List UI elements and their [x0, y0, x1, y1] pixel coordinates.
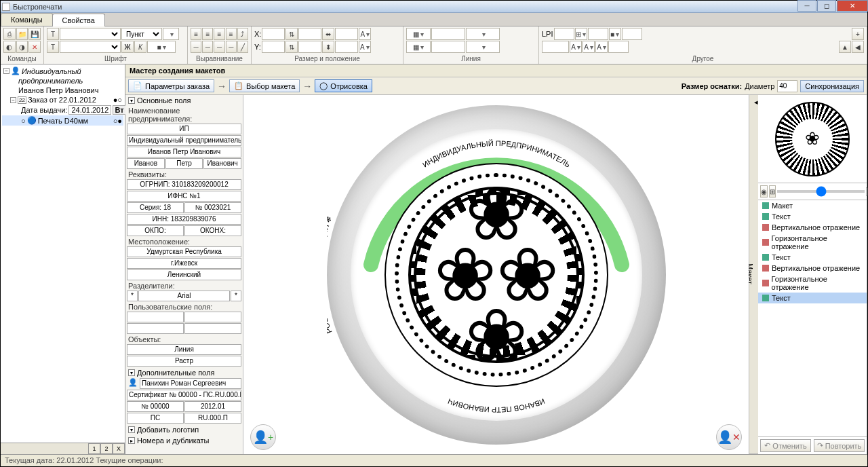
step-params[interactable]: 📄Параметры заказа	[128, 79, 214, 92]
number[interactable]: № 0023021	[184, 202, 241, 213]
tab-commands[interactable]: Команды	[1, 13, 53, 26]
flip-h-icon[interactable]: ▲	[839, 41, 851, 53]
valign-diag[interactable]: ╱	[237, 41, 248, 53]
cmd-btn-4[interactable]: ◐	[3, 41, 16, 53]
oth-9[interactable]	[608, 41, 629, 53]
h2-input[interactable]	[335, 41, 358, 53]
valign-4[interactable]: ─	[226, 41, 237, 53]
add-person-button[interactable]: 👤+	[250, 424, 276, 450]
uf2[interactable]	[184, 312, 241, 322]
cmd-btn-6[interactable]: ✕	[28, 41, 41, 53]
zoom-mode-2[interactable]: ⊞	[769, 185, 776, 198]
cert-pc[interactable]: ПС	[127, 413, 184, 424]
cmd-btn-1[interactable]: ⎙	[3, 28, 16, 40]
undo-button[interactable]: ↶Отменить	[760, 439, 811, 452]
layer-item[interactable]: Вертикальное отражение	[758, 263, 867, 274]
w-unit[interactable]: ⬌	[322, 28, 334, 40]
sep-font[interactable]: Arial	[138, 291, 230, 301]
okpo[interactable]: ОКПО:	[127, 225, 184, 236]
cert-ru[interactable]: RU.000.П	[184, 413, 241, 424]
size-ext[interactable]: A	[359, 28, 371, 40]
series[interactable]: Серия: 18	[127, 202, 184, 213]
h-input[interactable]	[335, 28, 358, 40]
loc1[interactable]: Удмуртская Республика	[127, 246, 241, 257]
line-w3[interactable]	[431, 41, 465, 53]
font-text-icon[interactable]: T	[47, 28, 59, 40]
diameter-input[interactable]	[777, 80, 797, 92]
align-rotate[interactable]: ⤴	[237, 28, 248, 40]
valign-2[interactable]: ─	[202, 41, 213, 53]
side-tab[interactable]: ◂Макет	[749, 95, 758, 454]
zoom-mode-1[interactable]: ◉	[760, 185, 768, 198]
remove-person-button[interactable]: 👤✕	[716, 424, 742, 450]
w2-input[interactable]	[298, 41, 321, 53]
y-lock[interactable]: ⇅	[285, 41, 298, 53]
sep-char2[interactable]: *	[231, 291, 241, 301]
x-input[interactable]	[262, 28, 285, 40]
align-right[interactable]: ≡	[214, 28, 224, 40]
okonh[interactable]: ОКОНХ:	[184, 225, 241, 236]
align-center[interactable]: ≡	[202, 28, 213, 40]
layer-item[interactable]: Текст	[758, 252, 867, 263]
panikhin[interactable]: Панихин Роман Сергеевич	[140, 378, 241, 389]
font-family-2[interactable]	[60, 41, 121, 53]
chevron-down-icon[interactable]: ▾	[128, 97, 135, 104]
line-w4[interactable]	[466, 41, 500, 53]
flip-v-icon[interactable]: ◀	[852, 41, 864, 53]
chevron-down-icon[interactable]: ▾	[128, 426, 135, 433]
oth-2[interactable]	[588, 28, 608, 40]
layer-item[interactable]: Горизонтальное отражение	[758, 274, 867, 293]
fio-mid[interactable]: Иванович	[203, 158, 241, 169]
oth-5[interactable]	[542, 41, 569, 53]
w-input[interactable]	[298, 28, 321, 40]
valign-1[interactable]: ─	[191, 41, 201, 53]
oth-1[interactable]: ⊞	[575, 28, 587, 40]
layer-item[interactable]: Текст	[758, 293, 867, 303]
tree-order[interactable]: −22Заказ от 22.01.2012●○	[2, 95, 123, 105]
cmd-btn-5[interactable]: ◑	[16, 41, 28, 53]
font-color[interactable]: ■	[147, 41, 176, 53]
y-input[interactable]	[262, 41, 285, 53]
step-select[interactable]: 📋Выбор макета	[229, 79, 300, 92]
italic-button[interactable]: К	[134, 41, 146, 53]
chevron-down-icon[interactable]: ▾	[128, 369, 135, 376]
tree-tab-2[interactable]: 2	[100, 443, 113, 454]
oth-6[interactable]: A	[570, 41, 582, 53]
tree-tab-1[interactable]: 1	[88, 443, 100, 454]
close-button[interactable]: ✕	[837, 0, 868, 12]
obj-raster[interactable]: Растр	[127, 356, 241, 367]
ip-full[interactable]: Индивидуальный предприниматель	[127, 135, 241, 146]
step-render[interactable]: ◯Отрисовка	[315, 79, 372, 92]
ogrnip[interactable]: ОГРНИП: 310183209200012	[127, 179, 241, 190]
tree-item-stamp[interactable]: ○🔵Печать D40мм○●	[2, 115, 123, 126]
oth-7[interactable]: A	[583, 41, 595, 53]
stamp-preview[interactable]: ИНДИВИДУАЛЬНЫЙ ПРЕДПРИНИМАТЕЛЬ ИВАНОВ ПЕ…	[327, 105, 666, 445]
cmd-btn-2[interactable]: 📁	[16, 28, 28, 40]
cert[interactable]: Сертификат № 00000 - ПС.RU.000.П	[127, 390, 241, 400]
tab-properties[interactable]: Свойства	[52, 14, 105, 26]
name-short[interactable]: ИП	[127, 124, 241, 134]
cert-year[interactable]: 2012.01	[184, 401, 241, 412]
uf3[interactable]	[127, 323, 184, 334]
loc3[interactable]: Ленинский	[127, 269, 241, 280]
align-justify[interactable]: ≡	[226, 28, 237, 40]
line-style-2[interactable]: ▦	[406, 41, 431, 53]
cmd-btn-3[interactable]: 💾	[28, 28, 41, 40]
oth-3[interactable]: ■	[609, 28, 621, 40]
maximize-button[interactable]: ◻	[817, 0, 836, 12]
collapse-icon[interactable]: −	[3, 68, 9, 74]
canvas[interactable]: ИНДИВИДУАЛЬНЫЙ ПРЕДПРИНИМАТЕЛЬ ИВАНОВ ПЕ…	[243, 95, 749, 454]
ifns[interactable]: ИФНС №1	[127, 191, 241, 202]
line-w2[interactable]	[466, 28, 500, 40]
lpi-input[interactable]	[554, 28, 574, 40]
expand-icon[interactable]: −	[10, 97, 16, 103]
layer-item[interactable]: Вертикальное отражение	[758, 222, 867, 233]
sync-button[interactable]: Синхронизация	[800, 80, 864, 92]
line-style-1[interactable]: ▦	[406, 28, 431, 40]
cert-no[interactable]: № 00000	[127, 401, 184, 412]
layer-item[interactable]: Макет	[758, 200, 867, 211]
fio-first[interactable]: Петр	[165, 158, 203, 169]
minimize-button[interactable]: ─	[797, 0, 816, 12]
font-ext-1[interactable]	[163, 28, 179, 40]
uf4[interactable]	[184, 323, 241, 334]
